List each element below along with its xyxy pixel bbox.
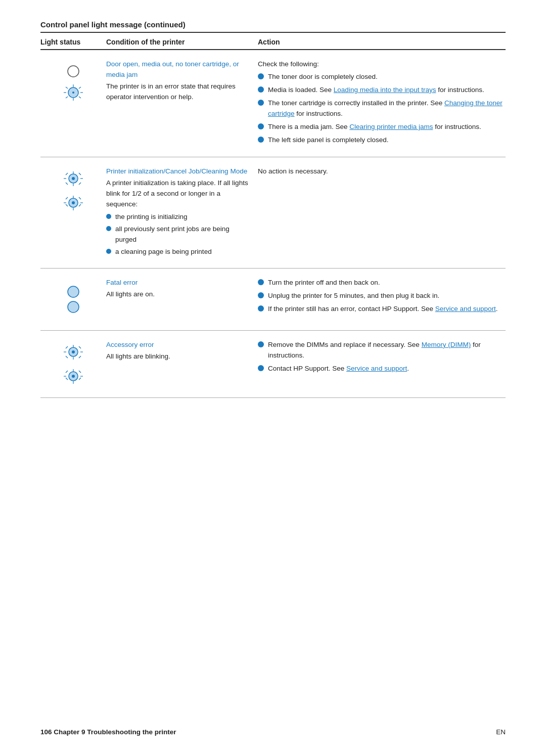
bullet-icon [258, 292, 264, 298]
svg-line-37 [66, 356, 68, 358]
condition-body-3: All lights are on. [106, 289, 249, 300]
svg-line-15 [66, 183, 68, 185]
bullet-icon [258, 279, 264, 285]
footer-left: 106 Chapter 9 Troubleshooting the printe… [40, 728, 176, 736]
condition-body-1: The printer is in an error state that re… [106, 81, 249, 103]
light-status-icon-4 [40, 340, 106, 388]
header-col-condition: Condition of the printer [106, 38, 258, 46]
condition-cell-1: Door open, media out, no toner cartridge… [106, 59, 258, 103]
condition-body-4: All lights are blinking. [106, 351, 249, 362]
action-cell-4: Remove the DIMMs and replace if necessar… [258, 340, 506, 377]
list-item: Media is loaded. See Loading media into … [258, 85, 506, 96]
svg-line-5 [66, 97, 68, 98]
header-col-action: Action [258, 38, 506, 46]
table-header: Light status Condition of the printer Ac… [40, 33, 506, 50]
svg-line-26 [79, 204, 81, 206]
bullet-icon [106, 249, 111, 254]
page-title: Control panel light message (continued) [40, 20, 506, 29]
list-item: If the printer still has an error, conta… [258, 304, 506, 315]
bullet-icon [106, 214, 111, 219]
table-row: Door open, media out, no toner cartridge… [40, 50, 506, 157]
svg-line-25 [66, 204, 68, 206]
bullet-icon [258, 137, 264, 143]
condition-title-1: Door open, media out, no toner cartridge… [106, 60, 239, 78]
light-status-icon-3 [40, 278, 106, 321]
svg-point-10 [72, 92, 74, 94]
action-intro-1: Check the following: [258, 59, 506, 70]
svg-line-45 [66, 371, 68, 373]
svg-line-35 [66, 346, 68, 348]
action-list-4: Remove the DIMMs and replace if necessar… [258, 340, 506, 374]
list-item: The toner cartridge is correctly install… [258, 98, 506, 119]
svg-line-3 [66, 87, 68, 88]
svg-line-14 [79, 173, 81, 175]
table-row: Accessory error All lights are blinking.… [40, 331, 506, 398]
footer-right: EN [496, 728, 506, 736]
svg-line-24 [79, 197, 81, 199]
svg-point-52 [72, 375, 75, 378]
list-item: Contact HP Support. See Service and supp… [258, 364, 506, 374]
svg-line-6 [79, 97, 81, 98]
condition-title-2: Printer initialization/Cancel Job/Cleani… [106, 167, 247, 175]
action-text-2: No action is necessary. [258, 167, 328, 175]
header-col-light: Light status [40, 38, 106, 46]
list-item: the printing is initializing [106, 212, 249, 223]
svg-line-48 [79, 378, 81, 380]
condition-cell-4: Accessory error All lights are blinking. [106, 340, 258, 362]
list-item: a cleaning page is being printed [106, 247, 249, 257]
list-item: Unplug the printer for 5 minutes, and th… [258, 291, 506, 301]
list-item: The left side panel is completely closed… [258, 135, 506, 146]
condition-sub-list-2: the printing is initializing all previou… [106, 212, 249, 257]
action-list-3: Turn the printer off and then back on. U… [258, 278, 506, 315]
svg-line-13 [66, 173, 68, 175]
link-clearing-jams[interactable]: Clearing printer media jams [349, 123, 433, 130]
light-status-icon-1 [40, 59, 106, 103]
svg-point-32 [68, 301, 79, 313]
svg-point-30 [72, 201, 75, 204]
svg-point-42 [72, 350, 75, 353]
link-changing-toner[interactable]: Changing the toner cartridge [268, 99, 503, 117]
bullet-icon [258, 123, 264, 129]
condition-title-3: Fatal error [106, 279, 138, 286]
svg-line-38 [79, 356, 81, 358]
light-status-icon-2 [40, 166, 106, 215]
action-cell-3: Turn the printer off and then back on. U… [258, 278, 506, 317]
action-cell-2: No action is necessary. [258, 166, 506, 177]
bullet-icon [258, 365, 264, 371]
bullet-icon [258, 100, 264, 106]
link-loading-media[interactable]: Loading media into the input trays [334, 86, 436, 94]
bullet-icon [106, 226, 111, 231]
bullet-icon [258, 305, 264, 312]
bullet-icon [258, 86, 264, 93]
svg-point-20 [72, 177, 75, 180]
svg-line-47 [66, 378, 68, 380]
svg-point-31 [68, 286, 79, 297]
bullet-icon [258, 341, 264, 347]
page-footer: 106 Chapter 9 Troubleshooting the printe… [40, 728, 506, 736]
list-item: all previously sent print jobs are being… [106, 224, 249, 245]
list-item: Remove the DIMMs and replace if necessar… [258, 340, 506, 361]
condition-cell-3: Fatal error All lights are on. [106, 278, 258, 300]
svg-line-46 [79, 371, 81, 373]
link-service-support-4[interactable]: Service and support [346, 365, 407, 372]
bullet-icon [258, 73, 264, 79]
svg-point-0 [68, 66, 79, 77]
action-list-1: The toner door is completely closed. Med… [258, 72, 506, 146]
list-item: Turn the printer off and then back on. [258, 278, 506, 288]
link-service-support-3[interactable]: Service and support [435, 305, 496, 313]
link-memory-dimm[interactable]: Memory (DIMM) [422, 341, 471, 348]
svg-line-23 [66, 197, 68, 199]
condition-body-2: A printer initialization is taking place… [106, 178, 249, 210]
svg-line-36 [79, 346, 81, 348]
list-item: The toner door is completely closed. [258, 72, 506, 82]
table-row: Printer initialization/Cancel Job/Cleani… [40, 157, 506, 268]
svg-line-4 [79, 87, 81, 88]
action-cell-1: Check the following: The toner door is c… [258, 59, 506, 148]
svg-line-16 [79, 183, 81, 185]
condition-title-4: Accessory error [106, 341, 154, 348]
table-row: Fatal error All lights are on. Turn the … [40, 269, 506, 331]
condition-cell-2: Printer initialization/Cancel Job/Cleani… [106, 166, 258, 258]
list-item: There is a media jam. See Clearing print… [258, 122, 506, 132]
